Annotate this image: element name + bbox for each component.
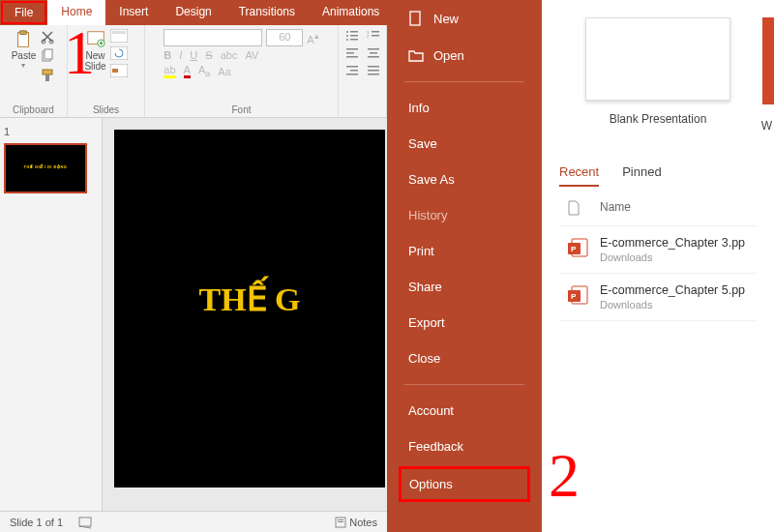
- font-color-button[interactable]: A: [184, 64, 191, 78]
- tab-transitions[interactable]: Transitions: [225, 0, 309, 25]
- svg-text:P: P: [571, 245, 577, 253]
- copy-icon[interactable]: [40, 48, 55, 64]
- svg-rect-12: [110, 46, 128, 60]
- case-button[interactable]: Aa: [218, 66, 230, 77]
- svg-rect-36: [368, 74, 379, 75]
- bullets-icon[interactable]: [345, 29, 359, 43]
- strike-button[interactable]: S: [205, 49, 212, 61]
- underline-button[interactable]: U: [190, 49, 197, 61]
- svg-rect-11: [112, 31, 126, 34]
- paste-label: Paste: [12, 50, 37, 61]
- bs-feedback[interactable]: Feedback: [387, 429, 542, 464]
- format-painter-icon[interactable]: [40, 68, 55, 83]
- file-row[interactable]: P E-commerce_Chapter 5.pp Downloads: [559, 274, 757, 321]
- slide-canvas[interactable]: THẾ G: [103, 118, 387, 511]
- svg-rect-28: [368, 48, 379, 50]
- bs-history[interactable]: History: [387, 197, 542, 233]
- align-left-icon[interactable]: [345, 46, 359, 60]
- tab-insert[interactable]: Insert: [105, 0, 162, 25]
- char-spacing-button[interactable]: AV: [245, 49, 258, 61]
- clear-format-button[interactable]: Aa: [198, 64, 210, 78]
- new-slide-button[interactable]: New Slide: [84, 29, 105, 77]
- bs-save[interactable]: Save: [387, 126, 542, 162]
- partial-template-thumb[interactable]: [762, 17, 774, 104]
- bs-options-label: Options: [409, 477, 453, 491]
- bs-share[interactable]: Share: [387, 269, 542, 305]
- backstage-view: New Open Info Save Save As History Print…: [387, 0, 774, 532]
- svg-rect-31: [346, 66, 358, 68]
- svg-rect-41: [410, 12, 420, 25]
- bold-button[interactable]: B: [164, 49, 171, 61]
- svg-text:2: 2: [367, 34, 370, 39]
- bs-print[interactable]: Print: [387, 233, 542, 269]
- notes-icon[interactable]: Notes: [335, 517, 377, 528]
- slides-stack: [110, 29, 128, 77]
- separator: [404, 384, 524, 385]
- tab-file[interactable]: File: [1, 1, 46, 24]
- section-icon[interactable]: [110, 64, 128, 77]
- bs-account-label: Account: [408, 403, 454, 418]
- slide-thumbnail[interactable]: THẾ GIỚI DI ĐỘNG: [4, 143, 87, 193]
- tab-home[interactable]: Home: [47, 0, 105, 25]
- align-right-icon[interactable]: [345, 64, 359, 77]
- svg-rect-39: [338, 519, 343, 520]
- file-location: Downloads: [600, 299, 749, 310]
- notes-label: Notes: [349, 517, 377, 528]
- svg-rect-20: [350, 39, 358, 41]
- bs-open[interactable]: Open: [387, 37, 542, 74]
- new-slide-label: New Slide: [84, 50, 105, 72]
- tab-design[interactable]: Design: [162, 0, 224, 25]
- bs-export[interactable]: Export: [387, 305, 542, 340]
- svg-rect-35: [368, 70, 379, 72]
- spellcheck-icon[interactable]: [78, 516, 92, 529]
- slide[interactable]: THẾ G: [114, 130, 385, 488]
- file-row[interactable]: P E-commerce_Chapter 3.pp Downloads: [559, 226, 757, 274]
- paste-button[interactable]: Paste ▾: [12, 29, 37, 83]
- shadow-button[interactable]: abc: [221, 49, 238, 61]
- svg-rect-1: [20, 31, 27, 35]
- bs-save-label: Save: [408, 136, 437, 151]
- font-size-select[interactable]: 60: [266, 29, 303, 46]
- bs-new[interactable]: New: [387, 0, 542, 37]
- bs-saveas-label: Save As: [408, 172, 455, 187]
- svg-point-19: [346, 39, 348, 41]
- cut-icon[interactable]: [40, 29, 55, 44]
- bs-saveas[interactable]: Save As: [387, 162, 542, 197]
- font-family-select[interactable]: [164, 29, 262, 46]
- thumbnail-panel[interactable]: 1 THẾ GIỚI DI ĐỘNG: [0, 118, 103, 511]
- svg-rect-33: [346, 74, 358, 75]
- justify-icon[interactable]: [367, 64, 380, 77]
- col-name: Name: [600, 200, 631, 216]
- tab-pinned[interactable]: Pinned: [622, 164, 661, 187]
- group-clipboard-label: Clipboard: [13, 104, 54, 115]
- svg-rect-37: [79, 517, 91, 526]
- svg-rect-34: [368, 66, 379, 68]
- increase-font-icon[interactable]: A▴: [307, 30, 318, 45]
- reset-icon[interactable]: [110, 46, 128, 60]
- svg-rect-32: [350, 70, 358, 72]
- group-slides: New Slide Slides: [68, 25, 145, 117]
- bs-open-label: Open: [433, 48, 464, 63]
- bs-close[interactable]: Close: [387, 340, 542, 376]
- tab-animations[interactable]: Animations: [309, 0, 393, 25]
- new-slide-icon: [85, 29, 106, 50]
- bs-account[interactable]: Account: [387, 393, 542, 429]
- bs-history-label: History: [408, 208, 447, 222]
- thumb-number: 1: [4, 126, 10, 137]
- layout-icon[interactable]: [110, 29, 128, 43]
- highlight-button[interactable]: ab: [164, 64, 175, 78]
- thumb-text: THẾ GIỚI DI ĐỘNG: [6, 145, 85, 169]
- bs-info[interactable]: Info: [387, 90, 542, 126]
- powerpoint-icon: P: [567, 283, 600, 307]
- group-paragraph: 12: [339, 25, 387, 117]
- svg-rect-6: [43, 70, 52, 74]
- status-bar: Slide 1 of 1 Notes: [0, 511, 387, 532]
- italic-button[interactable]: I: [179, 49, 182, 61]
- bs-options[interactable]: Options: [399, 466, 530, 502]
- align-center-icon[interactable]: [367, 46, 380, 60]
- numbering-icon[interactable]: 12: [367, 29, 380, 43]
- tab-recent[interactable]: Recent: [559, 164, 599, 187]
- separator: [404, 81, 524, 82]
- file-meta: E-commerce_Chapter 5.pp Downloads: [600, 283, 749, 310]
- blank-presentation-thumb[interactable]: [585, 17, 730, 101]
